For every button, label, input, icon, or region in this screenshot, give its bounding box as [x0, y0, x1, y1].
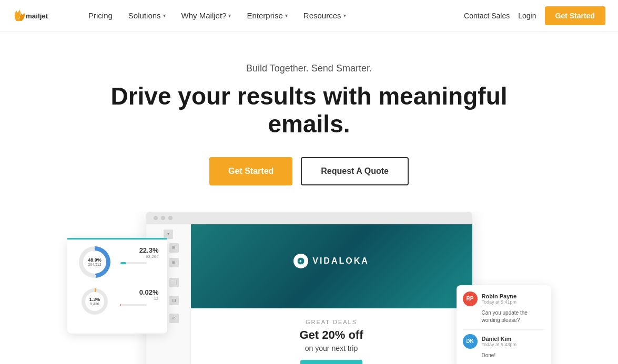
metric-unsub-rate: 1.3% 5,436	[76, 288, 114, 317]
email-hero-image: ✈ VIDALOKA	[191, 224, 472, 308]
email-template: ✈ VIDALOKA GREAT DEALS Get 20% off on yo…	[191, 224, 472, 364]
metric-spam-rate: 0.02% 12	[120, 288, 159, 317]
contact-sales-link[interactable]: Contact Sales	[464, 12, 510, 20]
nav-resources[interactable]: Resources ▾	[297, 7, 352, 24]
svg-text:✈: ✈	[299, 259, 302, 264]
sidebar-link-icon[interactable]: ∞	[169, 314, 179, 323]
sidebar-social-icon[interactable]: ⊡	[169, 296, 179, 305]
chat-divider	[463, 329, 545, 330]
email-preview: ✈ VIDALOKA GREAT DEALS Get 20% off on yo…	[191, 224, 472, 364]
nav-solutions[interactable]: Solutions ▾	[122, 7, 172, 24]
chat-meta-1: Robin Payne Today at 5:41pm	[482, 293, 545, 305]
metric-open-rate: 48.9% 204,512	[76, 246, 114, 280]
enterprise-chevron-icon: ▾	[285, 13, 288, 18]
mockup-area: 48.9% 204,512 22.3% 93,264 1.3%	[0, 212, 618, 364]
hero-tagline: Build Together. Send Smarter.	[11, 63, 607, 74]
login-link[interactable]: Login	[518, 12, 536, 20]
chat-text-1: Can you update the wording please?	[463, 309, 545, 324]
nav-why-mailjet[interactable]: Why Mailjet? ▾	[175, 7, 238, 24]
brand-name: VIDALOKA	[312, 256, 369, 266]
sidebar-image-icon[interactable]: ⬜	[169, 278, 179, 287]
browser-window: ▾ □ ⊞ ⊟ ⊞ A ⬜ ▶ ⊡	[146, 212, 472, 364]
navbar: mailjet Pricing Solutions ▾ Why Mailjet?…	[0, 0, 618, 32]
avatar-rp: RP	[463, 292, 478, 306]
chat-bubble: RP Robin Payne Today at 5:41pm Can you u…	[457, 285, 551, 364]
why-chevron-icon: ▾	[228, 13, 231, 18]
email-deal-subtitle: on your next trip	[201, 344, 462, 352]
browser-bar	[146, 212, 472, 224]
analytics-top-row: 48.9% 204,512 22.3% 93,264	[76, 246, 159, 280]
browser-dot-1	[154, 216, 158, 220]
chat-name-2: Daniel Kim	[482, 336, 545, 342]
email-body: GREAT DEALS Get 20% off on your next tri…	[191, 308, 472, 364]
browser-dot-3	[168, 216, 173, 220]
svg-text:mailjet: mailjet	[26, 12, 48, 20]
browser-dot-2	[161, 216, 165, 220]
sidebar-grid4-icon[interactable]: ⊞	[169, 258, 179, 267]
chat-time-1: Today at 5:41pm	[482, 299, 545, 305]
resources-chevron-icon: ▾	[343, 13, 346, 18]
avatar-dk: DK	[463, 334, 478, 349]
email-deals-label: GREAT DEALS	[201, 319, 462, 325]
chat-message-2: DK Daniel Kim Today at 5:43pm Done!	[463, 334, 545, 359]
nav-right: Contact Sales Login Get Started	[464, 6, 605, 25]
chat-text-2: Done!	[463, 352, 545, 359]
analytics-card: 48.9% 204,512 22.3% 93,264 1.3%	[67, 238, 167, 334]
hero-buttons: Get Started Request A Quote	[11, 157, 607, 185]
nav-enterprise[interactable]: Enterprise ▾	[240, 7, 293, 24]
plane-icon: ✈	[297, 257, 305, 265]
nav-pricing[interactable]: Pricing	[82, 7, 119, 24]
browser-body: ▾ □ ⊞ ⊟ ⊞ A ⬜ ▶ ⊡	[146, 224, 472, 364]
nav-links: Pricing Solutions ▾ Why Mailjet? ▾ Enter…	[82, 7, 464, 24]
email-cta-button[interactable]: Let's go!	[300, 360, 362, 364]
analytics-bottom-row: 1.3% 5,436 0.02% 12	[76, 288, 159, 317]
metric-click-rate: 22.3% 93,264	[120, 246, 159, 280]
chat-time-2: Today at 5:43pm	[482, 342, 545, 347]
chat-meta-2: Daniel Kim Today at 5:43pm	[482, 336, 545, 347]
vidaloka-brand: ✈ VIDALOKA	[293, 254, 369, 268]
chat-header-1: RP Robin Payne Today at 5:41pm	[463, 292, 545, 306]
get-started-nav-button[interactable]: Get Started	[545, 6, 605, 25]
sidebar-grid2-icon[interactable]: ⊞	[169, 243, 179, 253]
vidaloka-logo-circle: ✈	[293, 254, 308, 268]
get-started-hero-button[interactable]: Get Started	[209, 157, 292, 185]
request-quote-button[interactable]: Request A Quote	[301, 157, 409, 185]
chat-message-1: RP Robin Payne Today at 5:41pm Can you u…	[463, 292, 545, 324]
chat-name-1: Robin Payne	[482, 293, 545, 299]
open-rate-circle: 48.9% 204,512	[79, 246, 110, 278]
hero-title: Drive your results with meaningful email…	[99, 82, 520, 138]
chat-header-2: DK Daniel Kim Today at 5:43pm	[463, 334, 545, 349]
logo[interactable]: mailjet	[13, 6, 65, 25]
solutions-chevron-icon: ▾	[163, 13, 166, 18]
hero-section: Build Together. Send Smarter. Drive your…	[0, 32, 618, 185]
green-accent-bar	[67, 238, 167, 240]
unsub-circle: 1.3% 5,436	[82, 288, 108, 315]
email-deal-title: Get 20% off	[201, 328, 462, 342]
